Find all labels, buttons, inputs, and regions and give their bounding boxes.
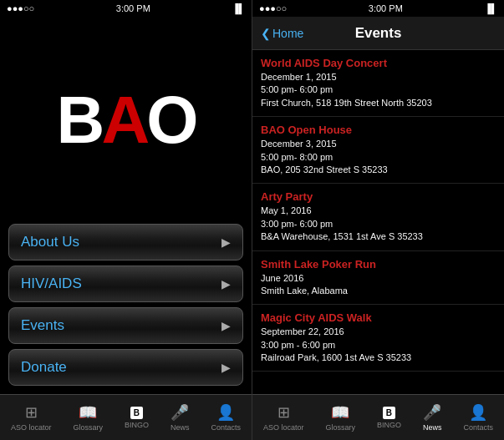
event-item-0[interactable]: World AIDS Day Concert December 1, 2015 … bbox=[252, 50, 504, 117]
tab-bar-right: ⊞ ASO locator 📖 Glossary B BINGO 🎤 News … bbox=[252, 394, 504, 440]
event-date-4: September 22, 2016 bbox=[261, 326, 496, 338]
battery-right: ▐▌ bbox=[484, 3, 497, 13]
news-icon-left: 🎤 bbox=[171, 403, 189, 422]
glossary-icon-left: 📖 bbox=[79, 403, 97, 422]
tab-contacts-right[interactable]: 👤 Contacts bbox=[463, 403, 493, 432]
logo-a: A bbox=[101, 83, 146, 157]
event-time-2: 3:00 pm- 6:00 pm bbox=[261, 218, 496, 230]
logo-b: B bbox=[57, 83, 102, 157]
chevron-left-icon: ❮ bbox=[261, 27, 271, 40]
news-icon-right: 🎤 bbox=[423, 403, 441, 422]
menu-btn-hiv-aids-arrow: ▶ bbox=[221, 277, 231, 291]
menu-btn-events-arrow: ▶ bbox=[221, 319, 231, 332]
time-left: 3:00 PM bbox=[116, 3, 150, 13]
nav-bar: ❮ Home Events bbox=[252, 17, 504, 50]
menu-btn-donate-label: Donate bbox=[21, 359, 67, 376]
back-button[interactable]: ❮ Home bbox=[261, 27, 303, 40]
tab-glossary-right-label: Glossary bbox=[325, 423, 355, 432]
tab-aso-locator-left-label: ASO locator bbox=[11, 423, 52, 432]
event-item-2[interactable]: Arty Party May 1, 2016 3:00 pm- 6:00 pm … bbox=[252, 184, 504, 250]
tab-aso-locator-left[interactable]: ⊞ ASO locator bbox=[11, 403, 52, 432]
tab-glossary-right[interactable]: 📖 Glossary bbox=[325, 403, 355, 432]
contacts-icon-right: 👤 bbox=[469, 403, 487, 422]
tab-glossary-left-label: Glossary bbox=[73, 423, 103, 432]
aso-locator-icon-left: ⊞ bbox=[25, 403, 38, 422]
tab-news-right[interactable]: 🎤 News bbox=[423, 403, 442, 432]
bingo-icon-left: B bbox=[130, 407, 143, 419]
menu-btn-about-us-arrow: ▶ bbox=[221, 235, 231, 249]
menu-btn-events-label: Events bbox=[21, 317, 64, 334]
event-location-0: First Church, 518 19th Street North 3520… bbox=[261, 97, 496, 109]
bingo-icon-right: B bbox=[383, 407, 395, 419]
event-date-2: May 1, 2016 bbox=[261, 205, 496, 217]
event-title-2: Arty Party bbox=[261, 190, 496, 203]
time-right: 3:00 PM bbox=[369, 3, 403, 13]
right-panel: ●●●○○ 3:00 PM ▐▌ ❮ Home Events World AID… bbox=[252, 0, 504, 440]
tab-contacts-left-label: Contacts bbox=[211, 423, 241, 432]
events-list: World AIDS Day Concert December 1, 2015 … bbox=[252, 50, 504, 394]
glossary-icon-right: 📖 bbox=[331, 403, 349, 422]
event-location-4: Railroad Park, 1600 1st Ave S 35233 bbox=[261, 351, 496, 364]
tab-news-right-label: News bbox=[423, 423, 442, 432]
event-location-1: BAO, 205 32nd Street S 35233 bbox=[261, 164, 496, 176]
tab-bingo-right-label: BINGO bbox=[377, 421, 401, 429]
signal-left: ●●●○○ bbox=[7, 3, 34, 13]
tab-bingo-left-label: BINGO bbox=[125, 421, 149, 429]
event-location-2: B&A Warehouse, 1531 1st Ave S 35233 bbox=[261, 230, 496, 243]
status-bar-right: ●●●○○ 3:00 PM ▐▌ bbox=[252, 0, 504, 17]
event-item-1[interactable]: BAO Open House December 3, 2015 5:00 pm-… bbox=[252, 117, 504, 184]
back-label: Home bbox=[272, 27, 303, 40]
signal-right: ●●●○○ bbox=[259, 3, 287, 13]
menu-btn-donate-arrow: ▶ bbox=[221, 361, 231, 374]
event-title-0: World AIDS Day Concert bbox=[261, 57, 496, 69]
event-title-1: BAO Open House bbox=[261, 124, 496, 136]
event-location-3: Smith Lake, Alabama bbox=[261, 285, 496, 297]
tab-contacts-left[interactable]: 👤 Contacts bbox=[211, 403, 241, 432]
tab-news-left[interactable]: 🎤 News bbox=[171, 403, 190, 432]
event-item-3[interactable]: Smith Lake Poker Run June 2016 Smith Lak… bbox=[252, 251, 504, 306]
menu-btn-about-us-label: About Us bbox=[21, 234, 79, 250]
tab-aso-locator-right-label: ASO locator bbox=[263, 423, 304, 432]
tab-glossary-left[interactable]: 📖 Glossary bbox=[73, 403, 103, 432]
menu-btn-events[interactable]: Events ▶ bbox=[8, 307, 243, 344]
tab-bingo-right[interactable]: B BINGO bbox=[377, 407, 401, 429]
tab-news-left-label: News bbox=[171, 423, 190, 432]
page-title: Events bbox=[355, 25, 402, 42]
event-title-4: Magic City AIDS Walk bbox=[261, 311, 496, 324]
event-date-0: December 1, 2015 bbox=[261, 71, 496, 83]
menu-buttons: About Us ▶ HIV/AIDS ▶ Events ▶ Donate ▶ bbox=[0, 224, 252, 394]
tab-bingo-left[interactable]: B BINGO bbox=[125, 407, 149, 429]
menu-btn-about-us[interactable]: About Us ▶ bbox=[8, 224, 243, 260]
menu-btn-hiv-aids[interactable]: HIV/AIDS ▶ bbox=[8, 266, 243, 302]
logo: BAO bbox=[57, 87, 196, 154]
left-panel: ●●●○○ 3:00 PM ▐▌ BAO About Us ▶ HIV/AIDS… bbox=[0, 0, 252, 440]
event-item-4[interactable]: Magic City AIDS Walk September 22, 2016 … bbox=[252, 305, 504, 372]
battery-left: ▐▌ bbox=[232, 3, 245, 13]
event-time-4: 3:00 pm - 6:00 pm bbox=[261, 339, 496, 351]
logo-area: BAO bbox=[0, 17, 252, 224]
menu-btn-donate[interactable]: Donate ▶ bbox=[8, 349, 243, 386]
menu-btn-hiv-aids-label: HIV/AIDS bbox=[21, 276, 82, 292]
event-time-0: 5:00 pm- 6:00 pm bbox=[261, 83, 496, 96]
tab-aso-locator-right[interactable]: ⊞ ASO locator bbox=[263, 403, 304, 432]
tab-contacts-right-label: Contacts bbox=[463, 423, 493, 432]
logo-o: O bbox=[146, 83, 195, 157]
aso-locator-icon-right: ⊞ bbox=[277, 403, 290, 422]
event-time-1: 5:00 pm- 8:00 pm bbox=[261, 151, 496, 164]
event-title-3: Smith Lake Poker Run bbox=[261, 258, 496, 271]
status-bar-left: ●●●○○ 3:00 PM ▐▌ bbox=[0, 0, 252, 17]
event-date-3: June 2016 bbox=[261, 272, 496, 285]
event-date-1: December 3, 2015 bbox=[261, 138, 496, 150]
tab-bar-left: ⊞ ASO locator 📖 Glossary B BINGO 🎤 News … bbox=[0, 394, 252, 440]
contacts-icon-left: 👤 bbox=[216, 403, 235, 422]
